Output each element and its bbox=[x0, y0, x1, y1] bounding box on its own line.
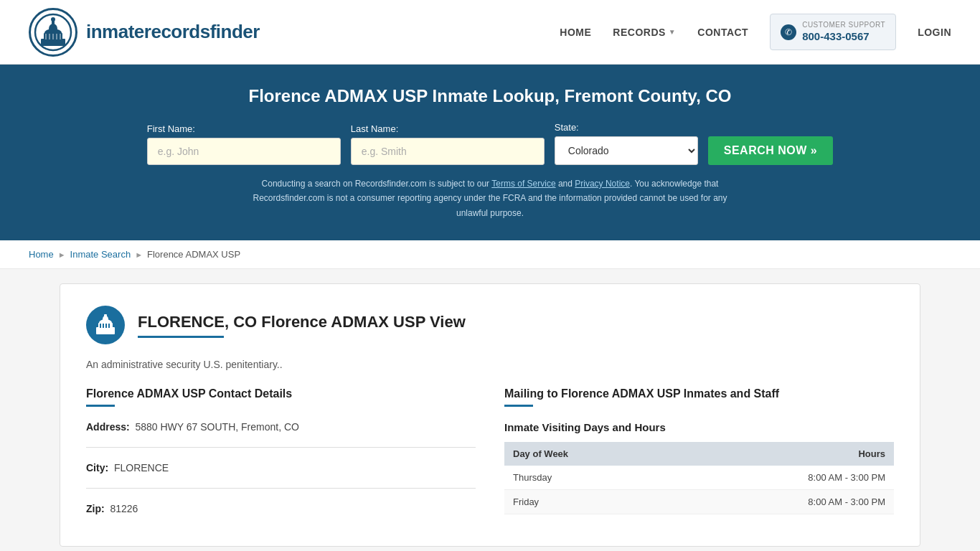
address-row: Address: 5880 HWY 67 SOUTH, Fremont, CO bbox=[86, 421, 476, 433]
facility-name: FLORENCE, CO Florence ADMAX USP View bbox=[138, 313, 466, 331]
svg-rect-1 bbox=[41, 39, 65, 46]
content-card: FLORENCE, CO Florence ADMAX USP View An … bbox=[60, 283, 920, 547]
breadcrumb: Home ► Inmate Search ► Florence ADMAX US… bbox=[0, 240, 980, 269]
contact-section-title: Florence ADMAX USP Contact Details bbox=[86, 387, 476, 400]
hero-title: Florence ADMAX USP Inmate Lookup, Fremon… bbox=[29, 86, 951, 106]
table-row: Thursday8:00 AM - 3:00 PM bbox=[504, 466, 894, 490]
first-name-group: First Name: bbox=[147, 123, 341, 165]
hours-cell: 8:00 AM - 3:00 PM bbox=[674, 466, 894, 490]
phone-icon: ✆ bbox=[781, 24, 796, 40]
last-name-group: Last Name: bbox=[351, 123, 545, 165]
support-box[interactable]: ✆ CUSTOMER SUPPORT 800-433-0567 bbox=[770, 14, 896, 50]
nav-login[interactable]: LOGIN bbox=[918, 27, 951, 38]
col-right: Mailing to Florence ADMAX USP Inmates an… bbox=[504, 387, 894, 524]
site-header: inmaterecordsfinder HOME RECORDS ▼ CONTA… bbox=[0, 0, 980, 65]
nav-home[interactable]: HOME bbox=[560, 27, 591, 38]
privacy-link[interactable]: Privacy Notice bbox=[575, 179, 630, 189]
logo-icon bbox=[29, 8, 77, 57]
contact-section-underline bbox=[86, 405, 115, 407]
col-left: Florence ADMAX USP Contact Details Addre… bbox=[86, 387, 476, 524]
state-group: State: Colorado bbox=[555, 122, 698, 165]
city-row: City: FLORENCE bbox=[86, 462, 476, 474]
visiting-table: Day of Week Hours Thursday8:00 AM - 3:00… bbox=[504, 442, 894, 514]
terms-link[interactable]: Terms of Service bbox=[491, 179, 555, 189]
mailing-section-title: Mailing to Florence ADMAX USP Inmates an… bbox=[504, 387, 894, 400]
nav-contact[interactable]: CONTACT bbox=[697, 27, 748, 38]
svg-rect-21 bbox=[108, 324, 110, 328]
chevron-down-icon: ▼ bbox=[669, 28, 676, 36]
svg-point-6 bbox=[51, 17, 55, 22]
hours-cell: 8:00 AM - 3:00 PM bbox=[674, 490, 894, 514]
nav-records[interactable]: RECORDS ▼ bbox=[613, 27, 676, 38]
visiting-title: Inmate Visiting Days and Hours bbox=[504, 421, 894, 433]
facility-icon bbox=[86, 306, 125, 344]
address-value: 5880 HWY 67 SOUTH, Fremont, CO bbox=[135, 421, 298, 433]
svg-rect-9 bbox=[52, 34, 54, 39]
state-select[interactable]: Colorado bbox=[555, 136, 698, 165]
day-cell: Thursday bbox=[504, 466, 674, 490]
facility-header: FLORENCE, CO Florence ADMAX USP View bbox=[86, 306, 894, 344]
zip-row: Zip: 81226 bbox=[86, 503, 476, 514]
col-header-hours: Hours bbox=[674, 442, 894, 466]
breadcrumb-sep-1: ► bbox=[58, 250, 66, 259]
mailing-section-underline bbox=[504, 405, 533, 407]
svg-rect-12 bbox=[96, 327, 115, 334]
svg-rect-8 bbox=[49, 34, 50, 39]
breadcrumb-sep-2: ► bbox=[135, 250, 143, 259]
svg-rect-11 bbox=[60, 34, 61, 39]
last-name-input[interactable] bbox=[351, 138, 545, 165]
state-label: State: bbox=[555, 122, 698, 133]
logo-area: inmaterecordsfinder bbox=[29, 8, 260, 57]
hero-section: Florence ADMAX USP Inmate Lookup, Fremon… bbox=[0, 65, 980, 240]
search-button[interactable]: SEARCH NOW » bbox=[708, 136, 833, 165]
first-name-input[interactable] bbox=[147, 138, 341, 165]
zip-value: 81226 bbox=[110, 503, 138, 514]
breadcrumb-inmate-search[interactable]: Inmate Search bbox=[70, 249, 131, 260]
svg-rect-18 bbox=[100, 324, 101, 328]
table-row: Friday8:00 AM - 3:00 PM bbox=[504, 490, 894, 514]
breadcrumb-home[interactable]: Home bbox=[29, 249, 54, 260]
main-content: FLORENCE, CO Florence ADMAX USP View An … bbox=[31, 283, 949, 547]
two-column-layout: Florence ADMAX USP Contact Details Addre… bbox=[86, 387, 894, 524]
facility-description: An administrative security U.S. penitent… bbox=[86, 359, 894, 370]
logo-text: inmaterecordsfinder bbox=[86, 21, 260, 43]
breadcrumb-current: Florence ADMAX USP bbox=[147, 249, 240, 260]
col-header-day: Day of Week bbox=[504, 442, 674, 466]
svg-rect-10 bbox=[56, 34, 57, 39]
city-value: FLORENCE bbox=[114, 462, 169, 474]
last-name-label: Last Name: bbox=[351, 123, 545, 134]
first-name-label: First Name: bbox=[147, 123, 341, 134]
hero-disclaimer: Conducting a search on Recordsfinder.com… bbox=[239, 176, 741, 220]
search-form: First Name: Last Name: State: Colorado S… bbox=[29, 122, 951, 165]
support-text: CUSTOMER SUPPORT 800-433-0567 bbox=[802, 20, 885, 44]
svg-rect-7 bbox=[45, 34, 47, 39]
svg-rect-20 bbox=[105, 324, 107, 328]
svg-rect-19 bbox=[103, 324, 104, 328]
facility-underline bbox=[138, 336, 224, 338]
day-cell: Friday bbox=[504, 490, 674, 514]
main-nav: HOME RECORDS ▼ CONTACT ✆ CUSTOMER SUPPOR… bbox=[560, 14, 951, 50]
